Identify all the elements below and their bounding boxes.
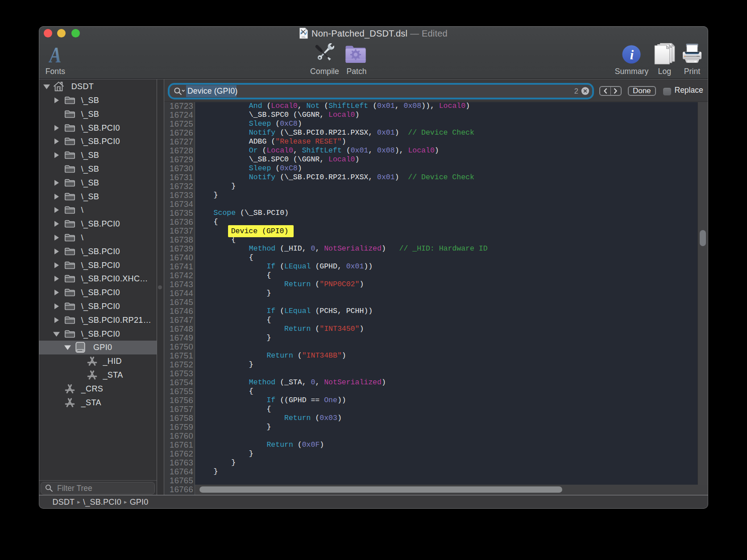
svg-text:A: A <box>49 45 61 63</box>
svg-text:i: i <box>630 47 634 62</box>
svg-text:DSL: DSL <box>302 36 306 38</box>
